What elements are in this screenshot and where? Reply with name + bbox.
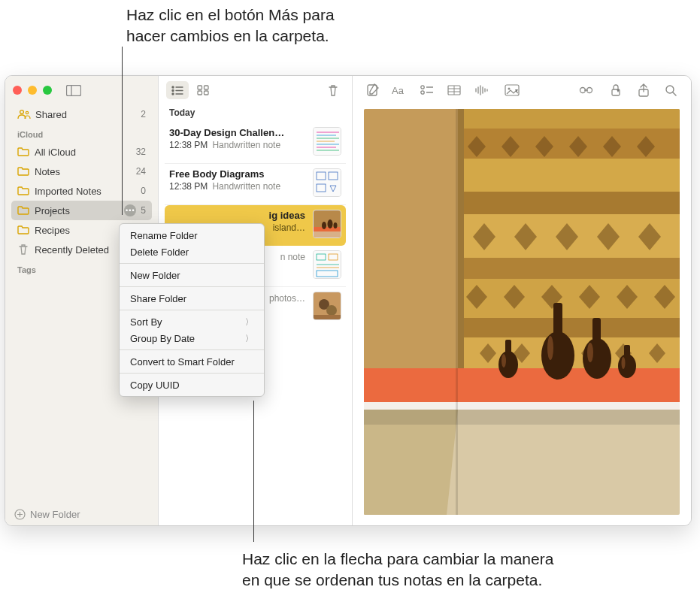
svg-rect-33 (314, 251, 341, 279)
note-row[interactable]: Free Body Diagrams 12:38 PMHandwritten n… (165, 164, 346, 205)
sidebar-item-count: 5 (141, 205, 146, 216)
note-thumbnail (313, 168, 341, 197)
callout-line-bottom (253, 401, 254, 542)
note-title: ig ideas (169, 210, 305, 221)
grid-view-icon[interactable] (192, 81, 214, 99)
svg-rect-85 (364, 410, 680, 425)
sidebar-item-all-icloud[interactable]: All iCloud 32 (11, 142, 152, 162)
svg-rect-74 (458, 192, 680, 214)
share-icon[interactable] (631, 81, 656, 99)
image-icon[interactable]: ▾ (495, 81, 527, 99)
svg-rect-80 (458, 109, 464, 368)
ctx-separator (120, 373, 264, 374)
sidebar-item-label: Projects (35, 205, 70, 216)
app-window: Shared 2 iCloud All iCloud 32 Notes 24 I… (5, 75, 692, 526)
svg-point-47 (421, 91, 424, 94)
sidebar-toggle-icon[interactable] (66, 85, 81, 96)
svg-point-94 (502, 354, 506, 368)
sidebar-item-count: 2 (141, 109, 146, 119)
sidebar-item-shared[interactable]: Shared 2 (11, 104, 152, 124)
note-row[interactable]: 30-Day Design Challen… 12:38 PMHandwritt… (165, 123, 346, 164)
folder-icon (17, 206, 29, 215)
sidebar-item-label: All iCloud (35, 147, 76, 158)
window-controls (13, 86, 52, 95)
svg-point-95 (547, 336, 553, 360)
search-icon[interactable] (658, 81, 683, 99)
ctx-separator (120, 349, 264, 350)
svg-rect-14 (205, 91, 209, 95)
ctx-separator (120, 263, 264, 264)
svg-text:Aa: Aa (392, 85, 405, 96)
svg-point-41 (326, 305, 337, 316)
folder-icon (17, 225, 29, 234)
sidebar-item-imported-notes[interactable]: Imported Notes 0 (11, 181, 152, 201)
compose-icon[interactable] (360, 81, 386, 99)
svg-point-45 (421, 86, 424, 89)
ctx-share-folder[interactable]: Share Folder (120, 290, 264, 307)
callout-bottom-text: Haz clic en la flecha para cambiar la ma… (242, 549, 553, 591)
note-subtitle: 12:38 PMHandwritten note (169, 140, 305, 150)
folder-icon (17, 186, 29, 195)
minimize-window-button[interactable] (28, 86, 37, 95)
svg-rect-13 (198, 91, 202, 95)
notes-list-toolbar (159, 76, 352, 104)
svg-rect-29 (314, 231, 341, 238)
svg-point-66 (666, 86, 674, 93)
table-icon[interactable] (441, 81, 467, 99)
svg-point-3 (26, 111, 28, 113)
checklist-icon[interactable] (414, 81, 440, 99)
ctx-separator (120, 310, 264, 310)
ctx-rename-folder[interactable]: Rename Folder (120, 227, 264, 244)
svg-rect-82 (364, 402, 680, 410)
svg-rect-73 (458, 159, 680, 192)
note-editor-pane: Aa ▾ ▾ (353, 76, 691, 525)
ctx-new-folder[interactable]: New Folder (120, 267, 264, 283)
svg-rect-15 (314, 128, 341, 156)
chevron-right-icon: 〉 (245, 333, 253, 344)
svg-point-9 (172, 93, 174, 95)
svg-rect-0 (67, 85, 81, 95)
format-icon[interactable]: Aa (387, 81, 413, 99)
svg-rect-12 (205, 86, 209, 89)
note-thumbnail (313, 250, 341, 279)
sidebar-item-notes[interactable]: Notes 24 (11, 162, 152, 181)
lock-icon[interactable]: ▾ (601, 81, 629, 99)
sidebar-item-count: 0 (141, 186, 146, 196)
sidebar-footer-new-folder[interactable]: New Folder (5, 503, 158, 525)
sidebar-item-count: 32 (136, 147, 146, 157)
note-title: Free Body Diagrams (169, 168, 305, 180)
sidebar-item-count: 24 (136, 166, 146, 177)
shared-icon (17, 109, 31, 119)
media-wave-icon[interactable] (468, 81, 494, 99)
delete-note-button[interactable] (322, 81, 344, 99)
list-view-icon[interactable] (166, 81, 189, 99)
ctx-group-by-date[interactable]: Group By Date〉 (120, 330, 264, 346)
zoom-window-button[interactable] (43, 86, 52, 95)
note-subtitle: 12:38 PMHandwritten note (169, 181, 305, 192)
svg-rect-78 (458, 318, 680, 337)
svg-rect-89 (553, 303, 562, 340)
svg-point-32 (334, 222, 338, 228)
svg-rect-23 (314, 169, 341, 197)
link-icon[interactable] (574, 81, 599, 99)
svg-point-97 (622, 357, 626, 369)
new-folder-label: New Folder (30, 509, 80, 520)
sidebar-item-label: Recipes (35, 225, 70, 236)
ctx-copy-uuid[interactable]: Copy UUID (120, 377, 264, 393)
close-window-button[interactable] (13, 86, 22, 95)
svg-rect-98 (456, 109, 458, 515)
svg-rect-42 (314, 315, 341, 320)
trash-icon (17, 244, 29, 256)
ctx-convert-smart-folder[interactable]: Convert to Smart Folder (120, 353, 264, 370)
note-content (353, 104, 691, 525)
ctx-delete-folder[interactable]: Delete Folder (120, 244, 264, 260)
more-icon[interactable]: ••• (124, 204, 136, 216)
svg-rect-71 (458, 109, 680, 129)
folder-context-menu: Rename Folder Delete Folder New Folder S… (119, 223, 265, 397)
svg-line-67 (673, 92, 676, 95)
ctx-sort-by[interactable]: Sort By〉 (120, 313, 264, 330)
svg-point-2 (20, 110, 24, 114)
chevron-down-icon: ▾ (515, 87, 518, 94)
sidebar-item-projects[interactable]: Projects ••• 5 (11, 201, 152, 220)
sidebar-item-label: Recently Deleted (35, 244, 109, 256)
